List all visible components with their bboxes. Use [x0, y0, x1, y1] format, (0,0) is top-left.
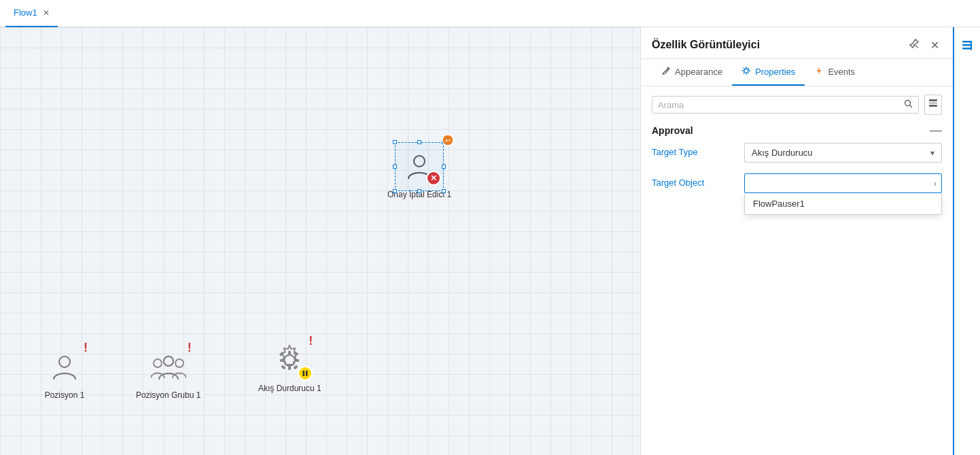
node-label-pozisyon-1: Pozisyon 1 [45, 390, 85, 400]
svg-rect-13 [294, 351, 298, 356]
svg-rect-30 [929, 99, 937, 101]
svg-line-24 [743, 68, 744, 69]
brush-icon [661, 66, 671, 75]
svg-line-29 [910, 105, 913, 108]
node-icon-wrapper: ✕ [399, 146, 440, 187]
magnifier-icon [904, 99, 913, 108]
svg-point-4 [154, 359, 162, 367]
svg-line-27 [743, 73, 744, 73]
search-icon [904, 99, 913, 110]
canvas-area[interactable]: ↩ ✕ Onay İ [0, 27, 640, 455]
svg-rect-34 [962, 44, 972, 46]
svg-text:↩: ↩ [445, 137, 451, 144]
connector-handle-icon: ↩ [442, 134, 454, 146]
person-icon [50, 352, 80, 382]
tab-appearance[interactable]: Appearance [652, 59, 732, 86]
cancel-badge: ✕ [426, 171, 441, 186]
tab-properties[interactable]: Properties [732, 59, 805, 86]
svg-rect-16 [303, 371, 305, 376]
group-icon [151, 352, 186, 382]
right-panel: Özellik Görüntüleyici ✕ Appe [640, 27, 953, 455]
svg-rect-10 [280, 359, 284, 362]
svg-point-6 [164, 356, 173, 366]
svg-rect-33 [962, 41, 972, 43]
target-type-dropdown[interactable]: Akış Durdurucu ▾ [744, 143, 942, 163]
svg-rect-14 [281, 365, 286, 369]
svg-line-18 [914, 45, 918, 48]
tab-appearance-label: Appearance [675, 67, 722, 77]
node-icon-wrapper: ! [44, 347, 85, 388]
error-badge: ! [84, 341, 88, 354]
panel-list-icon [961, 39, 973, 52]
icon-sidebar [953, 27, 980, 455]
close-button[interactable]: ✕ [928, 37, 942, 53]
target-object-input-wrapper: › [744, 173, 942, 193]
suggestion-item-flowpauser1[interactable]: FlowPauser1 [745, 193, 941, 214]
section-collapse-button[interactable]: — [930, 123, 942, 137]
svg-rect-9 [288, 366, 291, 370]
tab-properties-label: Properties [755, 67, 795, 77]
panel-header: Özellik Görüntüleyici ✕ [641, 27, 953, 59]
search-bar[interactable] [652, 96, 919, 114]
prop-row-target-object: Target Object › FlowPauser1 [652, 173, 942, 215]
tab-events[interactable]: Events [805, 59, 864, 86]
tab-bar: Flow1 ✕ [0, 0, 980, 27]
error-badge: ! [309, 335, 313, 347]
property-panel-toggle-button[interactable] [956, 34, 979, 60]
svg-rect-31 [929, 103, 937, 103]
prop-value-target-object: › FlowPauser1 [744, 173, 942, 215]
svg-rect-35 [962, 48, 972, 50]
pause-icon [302, 370, 309, 377]
panel-section-approval: Approval — Target Type Akış Durdurucu ▾ … [641, 115, 953, 226]
tab-events-label: Events [828, 67, 855, 77]
pin-icon [909, 38, 920, 49]
input-arrow-icon: › [934, 179, 937, 188]
pause-badge [298, 366, 313, 381]
svg-rect-15 [294, 365, 298, 369]
node-pozisyon-1[interactable]: ! Pozisyon 1 [44, 347, 85, 400]
svg-point-7 [284, 355, 295, 366]
tab-close-button[interactable]: ✕ [43, 9, 50, 17]
search-input[interactable] [658, 100, 898, 110]
svg-line-25 [748, 73, 749, 73]
svg-point-3 [59, 356, 70, 367]
events-icon [814, 66, 824, 78]
prop-label-target-type: Target Type [652, 143, 733, 157]
lightning-icon [814, 66, 824, 75]
target-type-value: Akış Durdurucu [752, 148, 813, 158]
prop-label-target-object: Target Object [652, 173, 733, 188]
svg-rect-8 [288, 351, 291, 355]
svg-point-19 [744, 69, 748, 73]
properties-icon [741, 66, 751, 78]
error-badge: ! [188, 341, 192, 354]
panel-tabs: Appearance [641, 59, 953, 86]
svg-rect-36 [970, 41, 972, 50]
target-object-input[interactable] [744, 173, 942, 193]
dropdown-arrow-icon: ▾ [930, 148, 934, 158]
collapse-all-button[interactable] [924, 95, 942, 115]
svg-rect-11 [295, 359, 299, 362]
svg-rect-32 [929, 105, 937, 107]
node-onay-iptal-edici-1[interactable]: ↩ ✕ Onay İ [387, 146, 451, 199]
node-icon-wrapper: ! [148, 347, 189, 388]
prop-row-target-type: Target Type Akış Durdurucu ▾ [652, 143, 942, 163]
tab-flow1[interactable]: Flow1 ✕ [5, 0, 58, 27]
panel-title: Özellik Görüntüleyici [652, 39, 760, 51]
prop-value-target-type: Akış Durdurucu ▾ [744, 143, 942, 163]
node-label-akis-durdurucu-1: Akış Durdurucu 1 [258, 384, 321, 393]
suggestion-dropdown: FlowPauser1 [744, 193, 942, 215]
pin-button[interactable] [906, 37, 922, 53]
appearance-icon [661, 66, 671, 78]
node-akis-durdurucu-1[interactable]: ! Akış Durdurucu 1 [258, 340, 321, 393]
node-icon-wrapper: ! [269, 340, 310, 381]
svg-point-5 [175, 359, 183, 367]
node-pozisyon-grubu-1[interactable]: ! Pozisyon Grubu 1 [136, 347, 200, 400]
section-title-approval: Approval [652, 125, 693, 136]
svg-line-26 [748, 68, 749, 69]
svg-rect-12 [279, 352, 284, 356]
main-layout: ↩ ✕ Onay İ [0, 27, 980, 455]
svg-point-28 [905, 101, 911, 106]
section-header-approval: Approval — [652, 115, 942, 143]
tab-flow1-label: Flow1 [14, 7, 37, 18]
collapse-icon [928, 98, 939, 109]
